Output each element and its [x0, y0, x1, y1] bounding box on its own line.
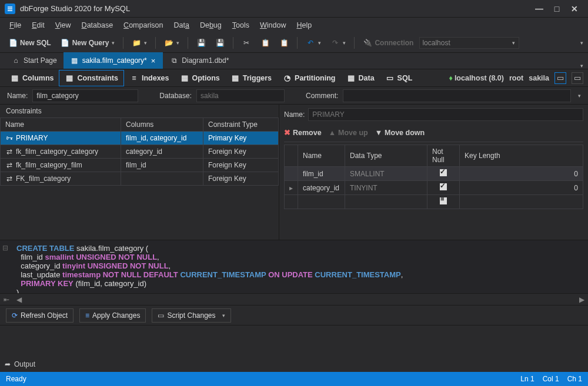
- name-input[interactable]: [32, 89, 138, 102]
- checkbox-icon[interactable]: [440, 169, 447, 176]
- saveall-icon: 💾: [215, 38, 225, 48]
- scroll-left-icon[interactable]: ◀: [13, 296, 25, 304]
- vtab-triggers[interactable]: ▦Triggers: [225, 71, 277, 86]
- constraints-grid: Name Columns Constraint Type 🗝PRIMARY fi…: [0, 118, 279, 186]
- move-up-button[interactable]: ▲Move up: [329, 129, 368, 137]
- tb-folder-button[interactable]: 📂▾: [161, 36, 183, 49]
- apply-changes-button[interactable]: ≡Apply Changes: [79, 308, 146, 323]
- view-tabs: ▦Columns ▦Constraints ≡Indexes ▦Options …: [0, 69, 588, 87]
- tb-paste-button[interactable]: 📋: [276, 36, 292, 49]
- dcol-name[interactable]: Name: [298, 145, 345, 167]
- dcol-keylength[interactable]: Key Length: [460, 145, 583, 167]
- vtab-indexes[interactable]: ≡Indexes: [124, 71, 175, 86]
- new-sql-button[interactable]: 📄New SQL: [5, 36, 55, 49]
- table-row[interactable]: [285, 195, 583, 209]
- scroll-nav-icon[interactable]: ⇤: [0, 296, 13, 304]
- tb-redo-button[interactable]: ↷▾: [327, 36, 349, 49]
- menu-edit[interactable]: Edit: [27, 19, 49, 31]
- diagram-icon: ⧉: [169, 56, 179, 65]
- maximize-button[interactable]: □: [548, 4, 566, 14]
- indexes-icon: ≡: [129, 73, 139, 83]
- detail-name-input[interactable]: [308, 108, 583, 121]
- remove-button[interactable]: ✖Remove: [284, 128, 322, 137]
- scroll-right-icon[interactable]: ▶: [576, 296, 588, 304]
- menu-database[interactable]: Database: [77, 19, 118, 31]
- table-row[interactable]: ⇄FK_film_category Foreign Key: [1, 172, 279, 186]
- database-input[interactable]: [196, 89, 285, 102]
- table-row[interactable]: ⇄fk_film_category_category category_idFo…: [1, 145, 279, 159]
- menu-view[interactable]: View: [51, 19, 76, 31]
- tb-save-button[interactable]: 💾: [193, 36, 209, 49]
- sql-tab-icon: ▭: [385, 73, 395, 83]
- action-bar: ⟳Refresh Object ≡Apply Changes ▭Script C…: [0, 306, 588, 325]
- table-row[interactable]: ▸category_idTINYINT 0: [285, 181, 583, 195]
- connection-input[interactable]: [419, 37, 519, 49]
- server-chip: ♦localhost (8.0): [449, 74, 503, 82]
- dcol-notnull[interactable]: Not Null: [427, 145, 460, 167]
- tb-undo-button[interactable]: ↶▾: [302, 36, 325, 49]
- col-name[interactable]: Name: [1, 118, 121, 132]
- new-query-button[interactable]: 📄New Query▾: [57, 36, 119, 49]
- menu-window[interactable]: Window: [255, 19, 290, 31]
- status-bar: Ready Ln 1 Col 1 Ch 1: [0, 372, 588, 386]
- form-overflow-icon[interactable]: ▾: [578, 93, 581, 99]
- user-label: root: [509, 74, 523, 82]
- open-icon: 📁: [132, 38, 141, 48]
- remove-icon: ✖: [284, 128, 290, 137]
- comment-input[interactable]: [343, 89, 571, 102]
- comment-label: Comment:: [306, 92, 338, 100]
- tab-diagram[interactable]: ⧉Diagram1.dbd*: [163, 52, 235, 69]
- vtab-options[interactable]: ▦Options: [175, 71, 225, 86]
- menu-data[interactable]: Data: [169, 19, 194, 31]
- menu-file[interactable]: File: [5, 19, 26, 31]
- minimize-button[interactable]: —: [530, 4, 548, 14]
- fold-icon[interactable]: ⊟: [2, 244, 8, 252]
- columns-grid: Name Data Type Not Null Key Length film_…: [284, 145, 583, 209]
- table-icon: ▦: [70, 56, 79, 65]
- output-bar[interactable]: ➦ Output: [0, 357, 588, 372]
- col-type[interactable]: Constraint Type: [203, 118, 279, 132]
- vtab-sql[interactable]: ▭SQL: [380, 71, 418, 86]
- menu-comparison[interactable]: Comparison: [119, 19, 168, 31]
- layout-btn-1[interactable]: ▭: [554, 72, 566, 84]
- vtab-partitioning[interactable]: ◔Partitioning: [277, 71, 340, 86]
- tb-connection-button[interactable]: 🔌Connection: [359, 36, 417, 49]
- table-row[interactable]: ⇄fk_film_category_film film_idForeign Ke…: [1, 159, 279, 172]
- toolbar-overflow-icon[interactable]: ▾: [580, 40, 583, 46]
- vtab-columns[interactable]: ▦Columns: [5, 71, 59, 86]
- refresh-object-button[interactable]: ⟳Refresh Object: [6, 308, 74, 323]
- vtab-constraints[interactable]: ▦Constraints: [59, 70, 123, 86]
- tb-copy-button[interactable]: 📋: [257, 36, 273, 49]
- copy-icon: 📋: [260, 38, 270, 48]
- tb-open-button[interactable]: 📁▾: [128, 36, 151, 49]
- close-button[interactable]: ✕: [566, 4, 583, 14]
- script-changes-button[interactable]: ▭Script Changes▾: [152, 308, 230, 323]
- checkbox-icon[interactable]: [440, 197, 447, 204]
- form-bar: Name: Database: Comment: ▾: [0, 87, 588, 105]
- tb-saveall-button[interactable]: 💾: [212, 36, 228, 49]
- checkbox-icon[interactable]: [440, 183, 447, 190]
- dcol-datatype[interactable]: Data Type: [345, 145, 427, 167]
- vtab-data[interactable]: ▦Data: [341, 71, 380, 86]
- doctabs-overflow-icon[interactable]: ▾: [580, 63, 583, 69]
- menu-tools[interactable]: Tools: [228, 19, 254, 31]
- menu-help[interactable]: Help: [292, 19, 316, 31]
- app-logo-icon: [5, 4, 15, 14]
- scroll-strip[interactable]: ⇤ ◀ ▶: [0, 294, 588, 306]
- sql-editor[interactable]: ⊟ CREATE TABLE sakila.film_category ( fi…: [0, 240, 588, 294]
- options-icon: ▦: [180, 73, 189, 83]
- table-row[interactable]: 🗝PRIMARY film_id, category_idPrimary Key: [1, 132, 279, 145]
- layout-btn-2[interactable]: ▭: [572, 72, 583, 84]
- col-columns[interactable]: Columns: [121, 118, 203, 132]
- output-icon: ➦: [5, 360, 11, 368]
- tb-cut-button[interactable]: ✂: [238, 36, 255, 49]
- tab-close-icon[interactable]: ×: [150, 56, 157, 65]
- partitioning-icon: ◔: [282, 73, 292, 83]
- link-icon: ⇄: [5, 174, 14, 183]
- tab-film-category[interactable]: ▦sakila.film_category*×: [64, 52, 163, 69]
- move-down-button[interactable]: ▼Move down: [375, 129, 425, 137]
- tab-start-page[interactable]: ⌂Start Page: [5, 52, 64, 69]
- constraints-icon: ▦: [65, 73, 74, 83]
- table-row[interactable]: film_idSMALLINT 0: [285, 167, 583, 181]
- menu-debug[interactable]: Debug: [195, 19, 226, 31]
